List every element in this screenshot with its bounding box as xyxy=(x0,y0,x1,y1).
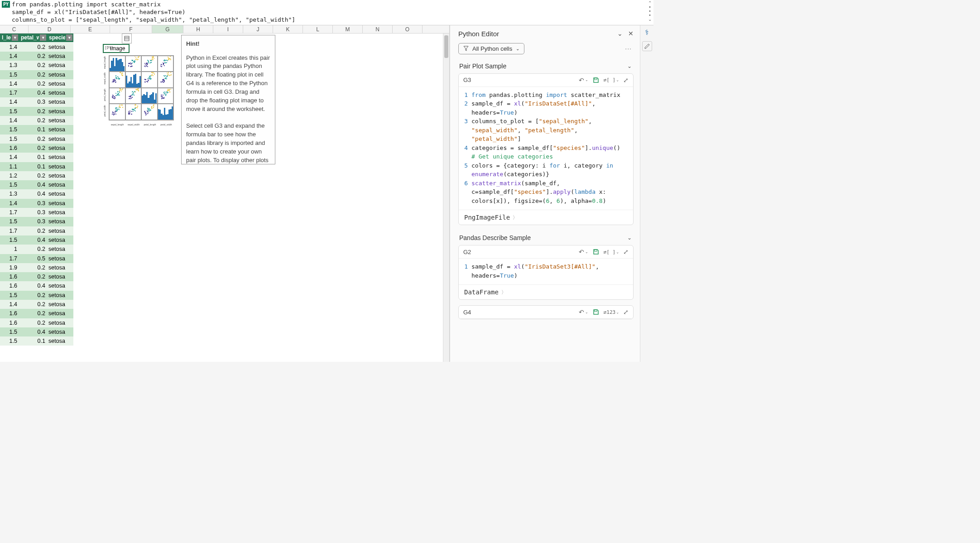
python-logo-icon[interactable]: ⚕ xyxy=(645,28,649,37)
code-editor[interactable]: 1from pandas.plotting import scatter_mat… xyxy=(459,87,633,210)
output-footer[interactable]: DataFrame〉 xyxy=(459,284,633,299)
table-row[interactable]: 1.70.3setosa xyxy=(0,208,73,217)
column-header-L[interactable]: L xyxy=(303,25,333,33)
column-header-O[interactable]: O xyxy=(393,25,423,33)
chevron-down-icon: ⌄ xyxy=(627,235,632,241)
column-header-G[interactable]: G xyxy=(152,25,183,33)
table-row[interactable]: 1.60.2setosa xyxy=(0,144,73,153)
section-header[interactable]: Pair Plot Sample⌄ xyxy=(454,59,638,73)
output-type-icon[interactable]: ⇄123⌄ xyxy=(604,309,619,315)
iris-data-table[interactable]: l_lengt▾petal_width▾species▾ 1.40.2setos… xyxy=(0,34,73,346)
output-footer[interactable]: PngImageFile〉 xyxy=(459,210,633,225)
table-header-petal_width[interactable]: petal_width▾ xyxy=(19,34,47,42)
undo-icon[interactable]: ↶⌄ xyxy=(579,308,588,316)
table-row[interactable]: 1.40.3setosa xyxy=(0,97,73,106)
table-row[interactable]: 1.60.4setosa xyxy=(0,281,73,290)
insert-data-icon[interactable] xyxy=(122,34,132,43)
table-row[interactable]: 1.30.4setosa xyxy=(0,189,73,198)
plot-ylabel: petal_width xyxy=(103,105,106,116)
table-row[interactable]: 1.40.1setosa xyxy=(0,153,73,162)
hint-paragraph-2: Select cell G3 and expand the formula ba… xyxy=(186,122,270,164)
table-row[interactable]: 1.30.2setosa xyxy=(0,61,73,70)
table-row[interactable]: 1.60.2setosa xyxy=(0,309,73,318)
table-row[interactable]: 1.40.2setosa xyxy=(0,116,73,125)
table-row[interactable]: 1.50.1setosa xyxy=(0,125,73,134)
collapse-icon[interactable]: ⌄ xyxy=(617,30,623,37)
table-row[interactable]: 1.50.4setosa xyxy=(0,180,73,189)
filter-dropdown-icon[interactable]: ▾ xyxy=(66,34,72,41)
formula-text[interactable]: from pandas.plotting import scatter_matr… xyxy=(12,1,652,24)
formula-expand-icon[interactable]: ⌃•••⌄ xyxy=(648,1,652,21)
chevron-down-icon: ⌄ xyxy=(516,46,519,51)
table-row[interactable]: 1.70.4setosa xyxy=(0,88,73,97)
column-header-D[interactable]: D xyxy=(29,25,71,33)
code-card: G3↶⌄⇄[ ]⌄⤢1from pandas.plotting import s… xyxy=(458,73,634,226)
python-badge: PY xyxy=(2,1,10,8)
save-icon[interactable] xyxy=(593,77,599,83)
table-row[interactable]: 1.70.5setosa xyxy=(0,254,73,263)
code-card: G2↶⌄⇄[ ]⌄⤢1sample_df = xl("IrisDataSet3[… xyxy=(458,245,634,300)
column-header-I[interactable]: I xyxy=(213,25,243,33)
cell-reference: G2 xyxy=(463,249,471,255)
table-row[interactable]: 1.50.2setosa xyxy=(0,291,73,300)
column-header-K[interactable]: K xyxy=(273,25,303,33)
table-row[interactable]: 1.40.2setosa xyxy=(0,52,73,61)
plot-xlabel: sepal_width xyxy=(126,123,141,126)
formula-bar[interactable]: PY from pandas.plotting import scatter_m… xyxy=(0,0,653,25)
undo-icon[interactable]: ↶⌄ xyxy=(579,248,588,255)
python-image-cell[interactable]: Image xyxy=(103,44,130,53)
table-row[interactable]: 1.50.2setosa xyxy=(0,70,73,79)
undo-icon[interactable]: ↶⌄ xyxy=(579,77,588,84)
table-row[interactable]: 1.10.1setosa xyxy=(0,162,73,171)
column-header-J[interactable]: J xyxy=(243,25,273,33)
table-row[interactable]: 1.60.2setosa xyxy=(0,318,73,327)
column-header-F[interactable]: F xyxy=(110,25,152,33)
cell-reference: G4 xyxy=(463,309,471,316)
expand-icon[interactable]: ⤢ xyxy=(623,248,629,255)
table-row[interactable]: 1.40.2setosa xyxy=(0,43,73,52)
code-card: G4↶⌄⇄123⌄⤢ xyxy=(458,305,634,319)
code-editor[interactable]: 1sample_df = xl("IrisDataSet3[#All]", he… xyxy=(459,259,633,284)
column-header-M[interactable]: M xyxy=(333,25,363,33)
output-type-icon[interactable]: ⇄[ ]⌄ xyxy=(604,77,619,83)
plot-xlabel: petal_length xyxy=(142,123,158,126)
column-header-E[interactable]: E xyxy=(71,25,110,33)
vertical-scrollbar[interactable] xyxy=(443,34,449,362)
hint-title: Hint! xyxy=(186,40,270,48)
table-row[interactable]: 1.50.4setosa xyxy=(0,235,73,245)
table-header-species[interactable]: species▾ xyxy=(47,34,73,42)
chevron-down-icon: ⌄ xyxy=(627,63,632,69)
svg-rect-0 xyxy=(125,36,129,41)
table-row[interactable]: 1.60.2setosa xyxy=(0,272,73,281)
filter-dropdown-icon[interactable]: ▾ xyxy=(40,34,46,41)
table-row[interactable]: 1.40.3setosa xyxy=(0,199,73,208)
expand-icon[interactable]: ⤢ xyxy=(623,308,629,316)
column-header-H[interactable]: H xyxy=(183,25,213,33)
cell-filter-dropdown[interactable]: All Python cells ⌄ xyxy=(458,43,524,54)
save-icon[interactable] xyxy=(593,249,599,255)
table-row[interactable]: 1.90.2setosa xyxy=(0,263,73,272)
pair-plot-image[interactable]: sepal_lengthsepal_lengthsepal_widthsepal… xyxy=(103,54,175,126)
expand-icon[interactable]: ⤢ xyxy=(623,77,629,84)
table-row[interactable]: 1.50.1setosa xyxy=(0,336,73,346)
output-type-icon[interactable]: ⇄[ ]⌄ xyxy=(604,249,619,255)
table-row[interactable]: 10.2setosa xyxy=(0,245,73,254)
table-row[interactable]: 1.50.3setosa xyxy=(0,217,73,226)
spreadsheet-grid[interactable]: CDEFGHIJKLMNO l_lengt▾petal_width▾specie… xyxy=(0,25,450,362)
table-row[interactable]: 1.20.2setosa xyxy=(0,171,73,180)
table-row[interactable]: 1.70.2setosa xyxy=(0,226,73,235)
section-header[interactable]: Pandas Describe Sample⌄ xyxy=(454,231,638,245)
close-icon[interactable]: ✕ xyxy=(628,30,634,37)
table-row[interactable]: 1.40.2setosa xyxy=(0,79,73,88)
column-header-C[interactable]: C xyxy=(0,25,29,33)
table-row[interactable]: 1.50.2setosa xyxy=(0,135,73,144)
save-icon[interactable] xyxy=(593,309,599,315)
table-row[interactable]: 1.50.4setosa xyxy=(0,327,73,336)
table-header-l_lengt[interactable]: l_lengt▾ xyxy=(0,34,19,42)
table-row[interactable]: 1.50.2setosa xyxy=(0,107,73,116)
column-header-N[interactable]: N xyxy=(363,25,393,33)
python-edit-icon[interactable] xyxy=(642,41,652,51)
filter-dropdown-icon[interactable]: ▾ xyxy=(12,34,18,41)
more-options-icon[interactable]: ··· xyxy=(625,45,634,52)
table-row[interactable]: 1.40.2setosa xyxy=(0,300,73,309)
